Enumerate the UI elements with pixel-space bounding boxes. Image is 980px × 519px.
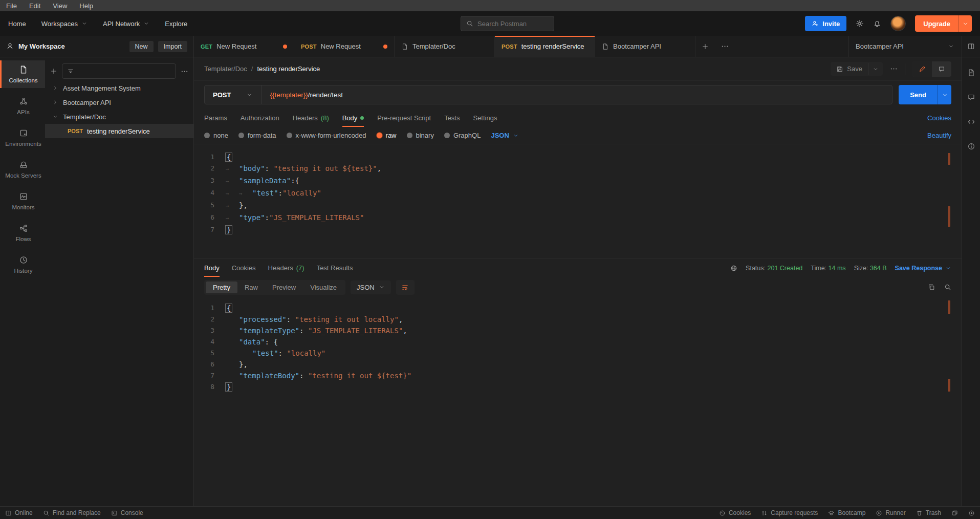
menu-edit[interactable]: Edit <box>29 2 40 10</box>
scrollbar-mark[interactable] <box>948 153 950 165</box>
environment-quick-look[interactable] <box>962 36 980 57</box>
statusbar-bootcamp[interactable]: Bootcamp <box>828 509 865 516</box>
documentation-icon[interactable] <box>967 69 975 77</box>
request-tab[interactable]: Templater/Doc <box>395 36 495 57</box>
workspace-title[interactable]: My Workspace <box>18 42 65 50</box>
tab-pre-request-script[interactable]: Pre-request Script <box>377 109 431 127</box>
tree-collection-item[interactable]: Templater/Doc <box>45 110 193 124</box>
global-search[interactable] <box>461 16 554 31</box>
body-mode-form-data[interactable]: form-data <box>238 132 276 139</box>
chevron-down-icon[interactable] <box>52 114 58 120</box>
search-input[interactable] <box>477 20 544 28</box>
cookies-link[interactable]: Cookies <box>927 114 951 122</box>
beautify-link[interactable]: Beautify <box>927 132 951 139</box>
more-options-icon[interactable] <box>181 68 188 75</box>
statusbar-console[interactable]: Console <box>111 509 143 516</box>
statusbar-trash[interactable]: Trash <box>916 509 941 516</box>
request-tab[interactable]: GETNew Request <box>194 36 294 57</box>
tab-options-icon[interactable] <box>715 36 734 57</box>
tab-headers[interactable]: Headers(8) <box>293 109 329 127</box>
edit-pencil-button[interactable] <box>912 61 932 77</box>
body-mode-none[interactable]: none <box>204 132 228 139</box>
request-tab[interactable]: POSTNew Request <box>294 36 395 57</box>
tab-params[interactable]: Params <box>204 109 227 127</box>
sidebar-item-environments[interactable]: Environments <box>0 124 45 152</box>
tab-body[interactable]: Body <box>342 109 364 127</box>
chevron-down-icon[interactable] <box>868 63 883 75</box>
breadcrumb-folder[interactable]: Templater/Doc <box>204 65 247 73</box>
format-tab-pretty[interactable]: Pretty <box>206 282 237 293</box>
new-button[interactable]: New <box>129 41 154 52</box>
scrollbar-mark[interactable] <box>948 379 950 392</box>
info-icon[interactable] <box>967 142 975 150</box>
body-mode-binary[interactable]: binary <box>407 132 434 139</box>
import-button[interactable]: Import <box>158 41 187 52</box>
body-mode-graphql[interactable]: GraphQL <box>444 132 481 139</box>
statusbar-windows[interactable] <box>951 510 958 516</box>
add-plus-icon[interactable] <box>50 68 57 75</box>
user-avatar[interactable] <box>890 16 906 31</box>
format-tab-raw[interactable]: Raw <box>237 282 265 293</box>
menu-view[interactable]: View <box>53 2 67 10</box>
scrollbar-mark[interactable] <box>948 206 950 227</box>
search-icon[interactable] <box>944 284 951 291</box>
sidebar-item-mock-servers[interactable]: Mock Servers <box>0 156 45 183</box>
new-tab-button[interactable] <box>695 36 715 57</box>
method-selector[interactable]: POST <box>205 85 262 104</box>
statusbar-cookies[interactable]: Cookies <box>719 509 751 516</box>
chevron-right-icon[interactable] <box>52 85 58 91</box>
save-button[interactable]: Save <box>831 62 868 76</box>
tree-collection-item[interactable]: Bootcamper API <box>45 95 193 110</box>
request-tab[interactable]: POSTtesting renderService <box>495 36 595 57</box>
statusbar-capture-requests[interactable]: Capture requests <box>761 509 818 516</box>
sidebar-item-flows[interactable]: Flows <box>0 219 45 247</box>
statusbar-help[interactable] <box>968 510 975 516</box>
nav-explore[interactable]: Explore <box>165 20 187 28</box>
sidebar-item-monitors[interactable]: Monitors <box>0 187 45 215</box>
response-tab-test-results[interactable]: Test Results <box>317 259 353 277</box>
menu-file[interactable]: File <box>6 2 17 10</box>
scrollbar-mark[interactable] <box>948 300 950 314</box>
format-tab-preview[interactable]: Preview <box>265 282 303 293</box>
breadcrumb-request-name[interactable]: testing renderService <box>257 65 320 73</box>
sidebar-item-collections[interactable]: Collections <box>0 60 45 88</box>
tab-authorization[interactable]: Authorization <box>241 109 279 127</box>
code-snippet-icon[interactable] <box>967 118 975 126</box>
url-input[interactable]: {{templater}}/render/test <box>262 91 351 99</box>
send-button[interactable]: Send <box>899 85 938 104</box>
notifications-bell-icon[interactable] <box>873 19 881 28</box>
request-body-editor[interactable]: 1{2"body": "testing it out ${test}",3"sa… <box>194 144 962 258</box>
statusbar-runner[interactable]: Runner <box>876 509 905 516</box>
comment-button[interactable] <box>932 61 951 77</box>
response-tab-cookies[interactable]: Cookies <box>232 259 256 277</box>
tree-filter-box[interactable] <box>62 63 176 79</box>
more-options-icon[interactable] <box>890 65 898 73</box>
tree-request-item[interactable]: POSTtesting renderService <box>45 124 193 138</box>
request-tab[interactable]: Bootcamper API <box>595 36 695 57</box>
body-mode-x-www-form-urlencoded[interactable]: x-www-form-urlencoded <box>287 132 366 139</box>
response-body-viewer[interactable]: 1{2"processed": "testing it out locally"… <box>194 297 962 506</box>
copy-icon[interactable] <box>928 284 935 291</box>
environment-selector[interactable]: Bootcamper API <box>848 36 962 57</box>
nav-api-network[interactable]: API Network <box>103 20 149 28</box>
chevron-down-icon[interactable] <box>938 85 951 104</box>
body-language-dropdown[interactable]: JSON <box>491 132 518 139</box>
settings-gear-icon[interactable] <box>856 19 864 28</box>
statusbar-find-and-replace[interactable]: Find and Replace <box>43 509 101 516</box>
comments-icon[interactable] <box>967 93 975 101</box>
tab-settings[interactable]: Settings <box>473 109 497 127</box>
wrap-text-button[interactable] <box>396 280 415 295</box>
response-tab-body[interactable]: Body <box>204 259 220 277</box>
chevron-right-icon[interactable] <box>52 99 58 105</box>
menu-help[interactable]: Help <box>79 2 93 10</box>
tree-filter-input[interactable] <box>78 68 171 75</box>
body-mode-raw[interactable]: raw <box>377 132 397 139</box>
chevron-down-icon[interactable] <box>959 15 972 32</box>
upgrade-button[interactable]: Upgrade <box>915 15 972 32</box>
statusbar-online[interactable]: Online <box>5 509 33 516</box>
nav-home[interactable]: Home <box>8 20 26 28</box>
save-response-button[interactable]: Save Response <box>895 265 951 272</box>
response-language-dropdown[interactable]: JSON <box>351 280 391 294</box>
nav-workspaces[interactable]: Workspaces <box>41 20 88 28</box>
sidebar-item-apis[interactable]: APIs <box>0 92 45 120</box>
